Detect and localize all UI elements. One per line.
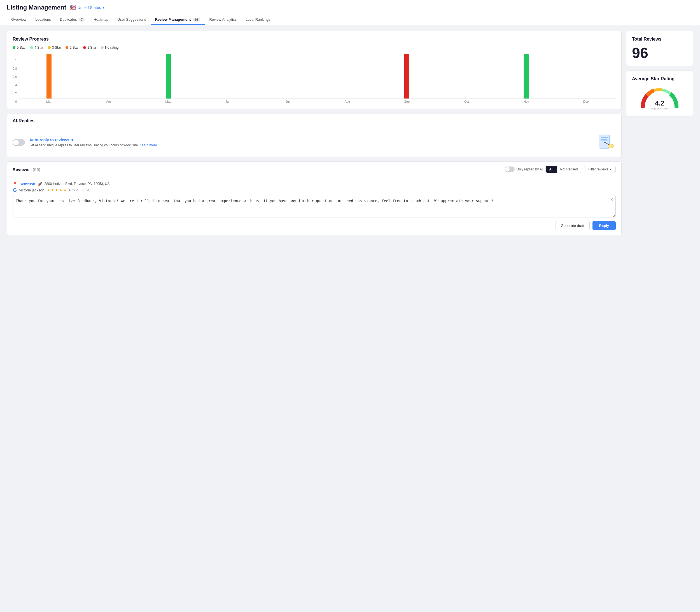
reply-button[interactable]: Reply [592,221,616,230]
toggle-knob [13,140,19,145]
tab-overview[interactable]: Overview [7,15,31,25]
location-name[interactable]: Semrush [19,182,35,186]
right-column: Total Reviews 96 Average Star Rating [626,31,693,235]
y-axis: 1 0.8 0.6 0.4 0.2 0 [13,58,17,103]
chart-bars-area: Mar Apr May Jun Jul Aug Sep Oct Nov Dec [19,54,616,103]
x-axis-labels: Mar Apr May Jun Jul Aug Sep Oct Nov Dec [19,100,616,103]
filter-tab-not-replied[interactable]: Not Replied [557,166,581,173]
learn-more-link[interactable]: Learn more [140,143,157,147]
star-2: ★ [51,188,54,192]
legend-label-5star: 5 Star [17,46,26,50]
ai-replies-body: Auto-reply to reviews ▾ Let AI send uniq… [7,128,621,157]
total-reviews-count: 96 [632,46,687,60]
legend-dot-1star [83,46,86,49]
review-management-badge: 96 [193,18,200,22]
only-ai-label: Only replied by AI [516,167,543,171]
x-label-nov: Nov [496,100,556,103]
generate-draft-button[interactable]: Generate draft [555,221,590,230]
bar-may [166,54,171,98]
google-icon [13,188,17,192]
ai-replies-title: AI-Replies [13,119,35,123]
bar-mar [46,54,52,98]
reviews-count: (96) [33,167,40,172]
review-location: 📍 Semrush 🚀 3800 Horizon Blvd, Trevose, … [13,182,616,186]
reviewer-name: victoria jackson [19,188,44,192]
tab-local-rankings[interactable]: Local Rankings [241,15,275,25]
review-date: Nov 21, 2023 [69,188,89,192]
location-pin-icon: 📍 [13,182,17,186]
reviews-section: Reviews (96) Only replied by AI All Not … [7,162,622,235]
x-label-sep: Sep [377,100,437,103]
country-selector[interactable]: 🇺🇸 United States ▾ [70,4,104,11]
reviews-filters: Only replied by AI All Not Replied Filte… [505,166,616,173]
reply-close-icon[interactable]: ✕ [610,197,614,202]
tab-heatmap[interactable]: Heatmap [89,15,113,25]
y-label-06: 0.6 [13,75,17,78]
location-emoji: 🚀 [38,182,42,186]
bar-jul [285,98,290,98]
app-title: Listing Management [7,4,66,11]
legend-dot-norating [101,46,104,49]
reply-actions: Generate draft Reply [13,221,616,230]
filter-reviews-label: Filter reviews [588,167,608,171]
flag-icon: 🇺🇸 [70,4,76,11]
filter-reviews-button[interactable]: Filter reviews ▾ [584,166,616,173]
tab-review-analytics[interactable]: Review Analytics [205,15,241,25]
bar-group-dec [556,54,616,98]
gauge-label-text: Avg. star rating [651,107,668,110]
ai-replies-header: AI-Replies [7,114,621,128]
legend-3star: 3 Star [48,46,61,50]
reviews-header: Reviews (96) Only replied by AI All Not … [7,162,621,177]
chart-legend: 5 Star 4 Star 3 Star 2 Star [13,46,616,50]
gauge-container: 4.2 Avg. star rating [632,85,687,111]
avg-rating-card: Average Star Rating [626,70,693,116]
y-label-0: 0 [13,100,17,103]
legend-dot-3star [48,46,51,49]
only-ai-toggle-knob [505,167,510,171]
legend-label-2star: 2 Star [70,46,79,50]
svg-point-6 [604,142,605,143]
legend-label-1star: 1 Star [87,46,96,50]
star-1: ★ [46,188,50,192]
bar-group-oct [437,54,496,98]
svg-rect-1 [601,137,608,138]
ai-replies-card: AI-Replies Auto-reply to reviews ▾ Let A… [7,114,622,157]
ai-illustration [596,133,616,152]
x-label-apr: Apr [79,100,138,103]
auto-reply-title[interactable]: Auto-reply to reviews ▾ [29,138,592,142]
legend-label-norating: No rating [105,46,119,50]
star-4: ★ [59,188,63,192]
bar-group-may [138,54,198,98]
y-label-1: 1 [13,58,17,62]
tab-user-suggestions[interactable]: User Suggestions [113,15,151,25]
auto-reply-chevron: ▾ [71,138,73,142]
country-name: United States [78,5,101,10]
review-progress-title: Review Progress [13,37,616,42]
header-top: Listing Management 🇺🇸 United States ▾ [7,4,693,11]
app-container: Listing Management 🇺🇸 United States ▾ Ov… [0,0,700,612]
x-label-oct: Oct [437,100,496,103]
bar-oct [464,98,469,98]
filter-tab-all[interactable]: All [546,166,557,173]
only-ai-toggle[interactable] [505,167,514,172]
chevron-down-icon: ▾ [103,6,104,9]
reply-textarea[interactable]: Thank you for your positive feedback, Vi… [13,195,616,218]
main-nav: Overview Locations Duplicates 7 Heatmap … [7,15,693,25]
bar-jun [225,98,231,98]
gauge-svg: 4.2 Avg. star rating [637,85,682,111]
auto-reply-toggle[interactable] [13,139,25,146]
legend-1star: 1 Star [83,46,96,50]
bar-group-nov [496,54,556,98]
tab-duplicates[interactable]: Duplicates 7 [55,15,89,25]
x-label-dec: Dec [556,100,616,103]
bar-aug [345,98,350,98]
bar-group-aug [317,54,377,98]
tab-review-management[interactable]: Review Management 96 [151,15,205,25]
only-ai-wrapper: Only replied by AI [505,167,543,172]
auto-reply-description: Let AI send unique replies to user revie… [29,143,592,147]
tab-locations[interactable]: Locations [31,15,55,25]
x-label-may: May [138,100,198,103]
bar-group-apr [79,54,138,98]
filter-chevron-icon: ▾ [610,167,612,171]
main-content: Review Progress 5 Star 4 Star 3 Star [0,25,700,241]
